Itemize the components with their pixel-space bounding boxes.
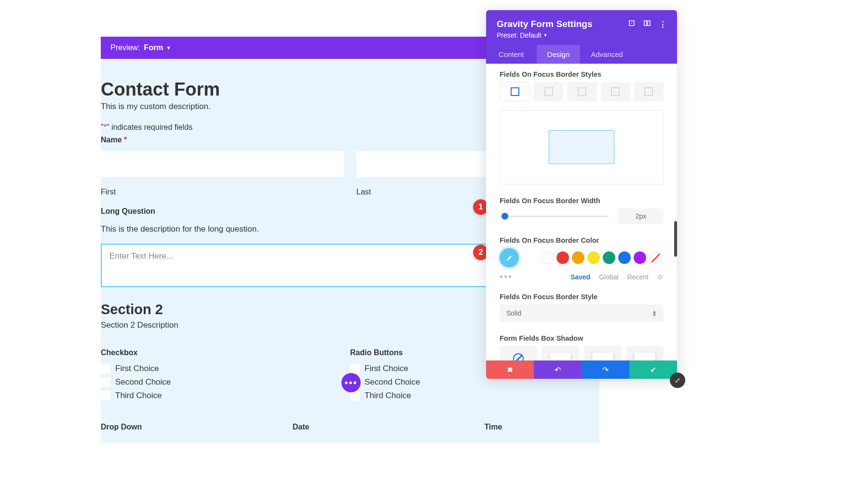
radio-icon (350, 391, 360, 401)
border-style-all[interactable] (500, 82, 530, 101)
swatch-blue[interactable] (618, 251, 631, 264)
tab-advanced[interactable]: Advanced (580, 45, 634, 64)
undo-button[interactable]: ↶ (534, 360, 582, 379)
redo-icon: ↷ (602, 365, 609, 374)
checkbox-label: Checkbox (101, 348, 350, 357)
svg-rect-3 (648, 21, 650, 26)
color-tab-recent[interactable]: Recent (627, 273, 649, 281)
expand-icon: ⤢ (675, 376, 680, 384)
preview-label: Preview: (110, 43, 140, 52)
color-tab-global[interactable]: Global (599, 273, 618, 281)
border-style-value: Solid (506, 309, 521, 317)
border-style-top[interactable] (534, 82, 563, 101)
kebab-menu-icon[interactable]: ⋮ (659, 20, 666, 28)
triangle-down-icon: ▼ (543, 33, 548, 38)
chevron-down-icon: ▼ (166, 45, 171, 51)
redo-button[interactable]: ↷ (582, 360, 629, 379)
first-name-sublabel: First (101, 188, 344, 196)
swatch-purple[interactable] (634, 251, 646, 264)
focus-icon[interactable] (628, 20, 635, 28)
time-label: Time (484, 423, 599, 431)
shadow-option-3[interactable] (626, 346, 664, 360)
shadow-none[interactable] (500, 346, 537, 360)
border-width-value[interactable]: 2px (618, 208, 664, 224)
swatch-orange[interactable] (572, 251, 584, 264)
gear-icon[interactable]: ⚙ (657, 273, 664, 281)
scrollbar-thumb[interactable] (674, 221, 677, 257)
date-label: Date (293, 423, 485, 431)
border-preview-box (549, 130, 614, 164)
check-icon: ✔ (650, 365, 656, 374)
border-preview (500, 110, 664, 184)
color-tab-saved[interactable]: Saved (570, 273, 590, 281)
radio-icon (350, 364, 360, 374)
radio-option[interactable]: Third Choice (350, 391, 599, 401)
preview-form-dropdown[interactable]: Form ▼ (144, 43, 171, 52)
border-color-label: Fields On Focus Border Color (500, 236, 664, 244)
slider-thumb[interactable] (502, 213, 508, 220)
checkbox-icon (101, 364, 110, 374)
save-button[interactable]: ✔ (629, 360, 677, 379)
dots-icon: ••• (344, 377, 357, 388)
svg-rect-2 (644, 21, 647, 26)
none-icon (513, 353, 524, 360)
checkbox-option[interactable]: Second Choice (101, 377, 350, 387)
panel-tabs: Content Design Advanced (486, 45, 677, 64)
border-style-left[interactable] (634, 82, 664, 101)
columns-icon[interactable] (644, 20, 651, 28)
border-style-bottom[interactable] (601, 82, 630, 101)
shadow-option-1[interactable] (542, 346, 580, 360)
svg-point-1 (631, 23, 632, 24)
dropdown-label: Drop Down (101, 423, 293, 431)
more-colors-icon[interactable]: ••• (500, 271, 513, 282)
tab-design[interactable]: Design (537, 45, 581, 64)
select-arrows-icon: ▲▼ (652, 310, 657, 317)
panel-footer: ✖ ↶ ↷ ✔ (486, 360, 677, 379)
expand-fab[interactable]: ⤢ (670, 373, 685, 388)
box-shadow-label: Form Fields Box Shadow (500, 334, 664, 342)
checkbox-option[interactable]: First Choice (101, 364, 350, 374)
checkbox-icon (101, 377, 110, 387)
swatch-green[interactable] (603, 251, 615, 264)
checkbox-icon (101, 391, 110, 401)
checkbox-option[interactable]: Third Choice (101, 391, 350, 401)
swatch-yellow[interactable] (587, 251, 600, 264)
swatch-black[interactable] (526, 251, 538, 264)
close-icon: ✖ (507, 365, 513, 374)
border-width-label: Fields On Focus Border Width (500, 197, 664, 205)
panel-title-text: Gravity Form Settings (497, 19, 593, 29)
undo-icon: ↶ (555, 365, 561, 374)
radio-option[interactable]: Second Choice (350, 377, 599, 387)
border-style-select[interactable]: Solid ▲▼ (500, 304, 664, 322)
border-width-slider[interactable] (500, 215, 609, 218)
shadow-option-2[interactable] (584, 346, 622, 360)
close-button[interactable]: ✖ (486, 360, 534, 379)
first-name-input[interactable] (101, 151, 344, 177)
panel-body: Fields On Focus Border Styles Fields On … (486, 64, 677, 360)
preset-selector[interactable]: Preset: Default▼ (497, 31, 666, 39)
swatch-transparent[interactable] (649, 251, 662, 264)
border-style-right[interactable] (567, 82, 597, 101)
border-style-label: Fields On Focus Border Style (500, 293, 664, 301)
module-options-fab[interactable]: ••• (341, 373, 361, 392)
color-picker-dropper[interactable] (500, 248, 519, 267)
swatch-red[interactable] (556, 251, 569, 264)
tab-content[interactable]: Content (486, 45, 537, 64)
panel-header: Gravity Form Settings ⋮ Preset: Default▼ (486, 10, 677, 45)
swatch-white[interactable] (541, 251, 554, 264)
preview-form-name: Form (144, 43, 163, 52)
border-styles-label: Fields On Focus Border Styles (500, 70, 664, 78)
settings-panel: Gravity Form Settings ⋮ Preset: Default▼… (486, 10, 677, 379)
